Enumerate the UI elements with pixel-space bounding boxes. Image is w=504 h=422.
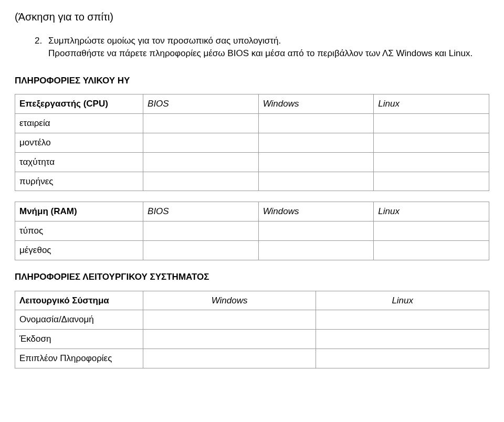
cell-empty [143, 240, 259, 260]
os-row-label: Επιπλέον Πληροφορίες [15, 349, 143, 368]
cell-empty [374, 240, 489, 260]
cell-empty [258, 133, 374, 152]
os-row-label: Ονομασία/Διανομή [15, 310, 143, 330]
cpu-header-windows: Windows [258, 94, 374, 114]
ram-table: Μνήμη (RAM) BIOS Windows Linux τύπος μέγ… [15, 202, 489, 260]
cell-empty [143, 133, 259, 152]
table-row: Έκδοση [15, 330, 489, 349]
cell-empty [316, 349, 489, 368]
table-row: ταχύτητα [15, 152, 489, 172]
cell-empty [316, 330, 489, 349]
cell-empty [143, 152, 259, 172]
cpu-row-label: μοντέλο [15, 133, 143, 152]
hardware-info-heading: ΠΛΗΡΟΦΟΡΙΕΣ ΥΛΙΚΟΥ ΗΥ [15, 75, 489, 87]
table-row: Επιπλέον Πληροφορίες [15, 349, 489, 368]
ram-header-windows: Windows [258, 202, 374, 221]
cell-empty [143, 330, 316, 349]
table-row: εταιρεία [15, 114, 489, 133]
table-row: μέγεθος [15, 240, 489, 260]
instruction-line1: 2. Συμπληρώστε ομοίως για τον προσωπικό … [35, 35, 489, 47]
cell-empty [374, 133, 489, 152]
cpu-header-bios: BIOS [143, 94, 259, 114]
cell-empty [374, 152, 489, 172]
cpu-row-label: ταχύτητα [15, 152, 143, 172]
instruction-block: 2. Συμπληρώστε ομοίως για τον προσωπικό … [35, 35, 489, 60]
cell-empty [258, 221, 374, 241]
table-row: πυρήνες [15, 172, 489, 191]
cell-empty [374, 172, 489, 191]
ram-header-bios: BIOS [143, 202, 259, 221]
os-header-linux: Linux [316, 291, 489, 310]
cell-empty [258, 240, 374, 260]
cpu-row-label: πυρήνες [15, 172, 143, 191]
ram-row-label: τύπος [15, 221, 143, 241]
cell-empty [143, 349, 316, 368]
page-title: (Άσκηση για το σπίτι) [15, 9, 489, 24]
instruction-text-2: Προσπαθήστε να πάρετε πληροφορίες μέσω B… [48, 47, 489, 60]
table-row: μοντέλο [15, 133, 489, 152]
cpu-row-label: εταιρεία [15, 114, 143, 133]
cell-empty [143, 221, 259, 241]
table-header-row: Επεξεργαστής (CPU) BIOS Windows Linux [15, 94, 489, 114]
ram-header-label: Μνήμη (RAM) [15, 202, 143, 221]
cell-empty [374, 221, 489, 241]
os-table: Λειτουργικό Σύστημα Windows Linux Ονομασ… [15, 291, 489, 368]
cpu-table: Επεξεργαστής (CPU) BIOS Windows Linux ετ… [15, 94, 489, 191]
instruction-number: 2. [35, 35, 48, 47]
ram-header-linux: Linux [374, 202, 489, 221]
cell-empty [374, 114, 489, 133]
os-header-windows: Windows [143, 291, 316, 310]
cell-empty [143, 172, 259, 191]
table-row: τύπος [15, 221, 489, 241]
cell-empty [316, 310, 489, 330]
cell-empty [143, 114, 259, 133]
cell-empty [258, 152, 374, 172]
os-row-label: Έκδοση [15, 330, 143, 349]
table-header-row: Λειτουργικό Σύστημα Windows Linux [15, 291, 489, 310]
cell-empty [258, 114, 374, 133]
table-row: Ονομασία/Διανομή [15, 310, 489, 330]
ram-row-label: μέγεθος [15, 240, 143, 260]
cpu-header-label: Επεξεργαστής (CPU) [15, 94, 143, 114]
instruction-text-1: Συμπληρώστε ομοίως για τον προσωπικό σας… [48, 35, 489, 47]
table-header-row: Μνήμη (RAM) BIOS Windows Linux [15, 202, 489, 221]
cpu-header-linux: Linux [374, 94, 489, 114]
os-info-heading: ΠΛΗΡΟΦΟΡΙΕΣ ΛΕΙΤΟΥΡΓΙΚΟΥ ΣΥΣΤΗΜΑΤΟΣ [15, 271, 489, 283]
cell-empty [258, 172, 374, 191]
os-header-label: Λειτουργικό Σύστημα [15, 291, 143, 310]
cell-empty [143, 310, 316, 330]
